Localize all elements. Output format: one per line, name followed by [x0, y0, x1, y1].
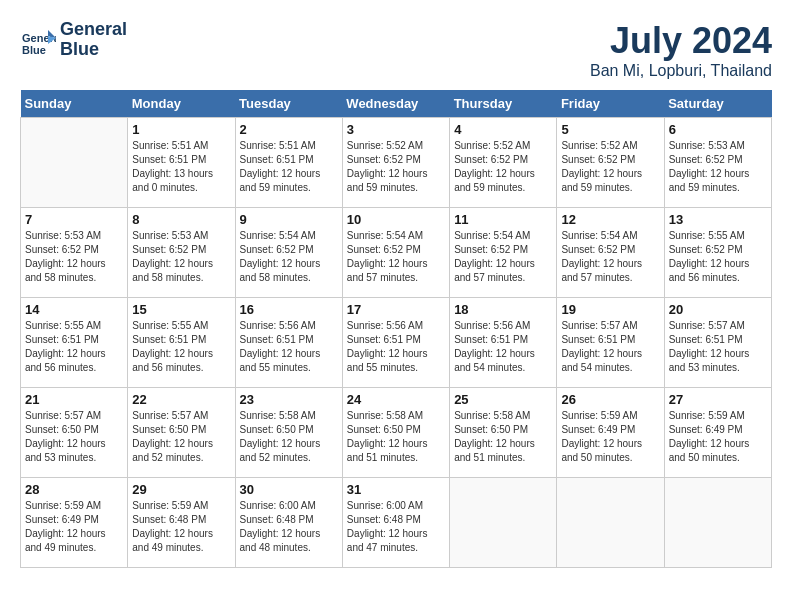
day-info: Sunrise: 5:56 AM Sunset: 6:51 PM Dayligh… [347, 319, 445, 375]
day-cell: 5Sunrise: 5:52 AM Sunset: 6:52 PM Daylig… [557, 118, 664, 208]
day-number: 12 [561, 212, 659, 227]
day-info: Sunrise: 5:55 AM Sunset: 6:51 PM Dayligh… [25, 319, 123, 375]
day-info: Sunrise: 6:00 AM Sunset: 6:48 PM Dayligh… [240, 499, 338, 555]
day-info: Sunrise: 5:56 AM Sunset: 6:51 PM Dayligh… [454, 319, 552, 375]
day-cell: 17Sunrise: 5:56 AM Sunset: 6:51 PM Dayli… [342, 298, 449, 388]
day-info: Sunrise: 5:58 AM Sunset: 6:50 PM Dayligh… [240, 409, 338, 465]
day-number: 8 [132, 212, 230, 227]
day-cell: 27Sunrise: 5:59 AM Sunset: 6:49 PM Dayli… [664, 388, 771, 478]
header-day-thursday: Thursday [450, 90, 557, 118]
day-info: Sunrise: 5:53 AM Sunset: 6:52 PM Dayligh… [25, 229, 123, 285]
week-row-4: 21Sunrise: 5:57 AM Sunset: 6:50 PM Dayli… [21, 388, 772, 478]
day-number: 6 [669, 122, 767, 137]
day-number: 16 [240, 302, 338, 317]
calendar-table: SundayMondayTuesdayWednesdayThursdayFrid… [20, 90, 772, 568]
day-number: 20 [669, 302, 767, 317]
day-cell: 10Sunrise: 5:54 AM Sunset: 6:52 PM Dayli… [342, 208, 449, 298]
day-number: 17 [347, 302, 445, 317]
day-number: 21 [25, 392, 123, 407]
day-number: 30 [240, 482, 338, 497]
day-number: 13 [669, 212, 767, 227]
day-cell: 8Sunrise: 5:53 AM Sunset: 6:52 PM Daylig… [128, 208, 235, 298]
day-info: Sunrise: 5:59 AM Sunset: 6:49 PM Dayligh… [25, 499, 123, 555]
svg-text:Blue: Blue [22, 44, 46, 56]
day-number: 1 [132, 122, 230, 137]
day-number: 27 [669, 392, 767, 407]
day-cell: 26Sunrise: 5:59 AM Sunset: 6:49 PM Dayli… [557, 388, 664, 478]
day-info: Sunrise: 5:58 AM Sunset: 6:50 PM Dayligh… [454, 409, 552, 465]
day-info: Sunrise: 5:52 AM Sunset: 6:52 PM Dayligh… [454, 139, 552, 195]
day-info: Sunrise: 5:53 AM Sunset: 6:52 PM Dayligh… [132, 229, 230, 285]
day-cell: 4Sunrise: 5:52 AM Sunset: 6:52 PM Daylig… [450, 118, 557, 208]
day-info: Sunrise: 5:53 AM Sunset: 6:52 PM Dayligh… [669, 139, 767, 195]
week-row-3: 14Sunrise: 5:55 AM Sunset: 6:51 PM Dayli… [21, 298, 772, 388]
day-number: 19 [561, 302, 659, 317]
title-block: July 2024 Ban Mi, Lopburi, Thailand [590, 20, 772, 80]
day-number: 3 [347, 122, 445, 137]
day-cell: 24Sunrise: 5:58 AM Sunset: 6:50 PM Dayli… [342, 388, 449, 478]
day-cell: 13Sunrise: 5:55 AM Sunset: 6:52 PM Dayli… [664, 208, 771, 298]
day-cell: 2Sunrise: 5:51 AM Sunset: 6:51 PM Daylig… [235, 118, 342, 208]
header-day-friday: Friday [557, 90, 664, 118]
day-info: Sunrise: 6:00 AM Sunset: 6:48 PM Dayligh… [347, 499, 445, 555]
day-info: Sunrise: 5:52 AM Sunset: 6:52 PM Dayligh… [347, 139, 445, 195]
header-day-wednesday: Wednesday [342, 90, 449, 118]
day-cell: 19Sunrise: 5:57 AM Sunset: 6:51 PM Dayli… [557, 298, 664, 388]
day-cell: 9Sunrise: 5:54 AM Sunset: 6:52 PM Daylig… [235, 208, 342, 298]
day-number: 23 [240, 392, 338, 407]
day-number: 7 [25, 212, 123, 227]
day-number: 14 [25, 302, 123, 317]
logo-text: General Blue [60, 20, 127, 60]
month-title: July 2024 [590, 20, 772, 62]
day-cell [450, 478, 557, 568]
day-number: 4 [454, 122, 552, 137]
day-info: Sunrise: 5:55 AM Sunset: 6:51 PM Dayligh… [132, 319, 230, 375]
week-row-5: 28Sunrise: 5:59 AM Sunset: 6:49 PM Dayli… [21, 478, 772, 568]
week-row-1: 1Sunrise: 5:51 AM Sunset: 6:51 PM Daylig… [21, 118, 772, 208]
day-info: Sunrise: 5:51 AM Sunset: 6:51 PM Dayligh… [240, 139, 338, 195]
day-info: Sunrise: 5:52 AM Sunset: 6:52 PM Dayligh… [561, 139, 659, 195]
day-info: Sunrise: 5:55 AM Sunset: 6:52 PM Dayligh… [669, 229, 767, 285]
day-info: Sunrise: 5:54 AM Sunset: 6:52 PM Dayligh… [240, 229, 338, 285]
day-number: 2 [240, 122, 338, 137]
header-day-tuesday: Tuesday [235, 90, 342, 118]
day-info: Sunrise: 5:54 AM Sunset: 6:52 PM Dayligh… [561, 229, 659, 285]
day-cell: 18Sunrise: 5:56 AM Sunset: 6:51 PM Dayli… [450, 298, 557, 388]
logo-icon: General Blue [20, 22, 56, 58]
day-cell [557, 478, 664, 568]
page-header: General Blue General Blue July 2024 Ban … [20, 20, 772, 80]
day-number: 31 [347, 482, 445, 497]
day-number: 28 [25, 482, 123, 497]
day-number: 15 [132, 302, 230, 317]
day-info: Sunrise: 5:56 AM Sunset: 6:51 PM Dayligh… [240, 319, 338, 375]
day-cell: 12Sunrise: 5:54 AM Sunset: 6:52 PM Dayli… [557, 208, 664, 298]
day-info: Sunrise: 5:59 AM Sunset: 6:49 PM Dayligh… [561, 409, 659, 465]
header-day-monday: Monday [128, 90, 235, 118]
day-cell: 28Sunrise: 5:59 AM Sunset: 6:49 PM Dayli… [21, 478, 128, 568]
day-cell: 14Sunrise: 5:55 AM Sunset: 6:51 PM Dayli… [21, 298, 128, 388]
day-cell: 31Sunrise: 6:00 AM Sunset: 6:48 PM Dayli… [342, 478, 449, 568]
day-cell [664, 478, 771, 568]
day-info: Sunrise: 5:59 AM Sunset: 6:49 PM Dayligh… [669, 409, 767, 465]
day-info: Sunrise: 5:57 AM Sunset: 6:51 PM Dayligh… [669, 319, 767, 375]
day-number: 11 [454, 212, 552, 227]
day-cell: 23Sunrise: 5:58 AM Sunset: 6:50 PM Dayli… [235, 388, 342, 478]
header-row: SundayMondayTuesdayWednesdayThursdayFrid… [21, 90, 772, 118]
day-number: 5 [561, 122, 659, 137]
day-number: 22 [132, 392, 230, 407]
day-info: Sunrise: 5:57 AM Sunset: 6:50 PM Dayligh… [132, 409, 230, 465]
day-info: Sunrise: 5:59 AM Sunset: 6:48 PM Dayligh… [132, 499, 230, 555]
day-cell: 22Sunrise: 5:57 AM Sunset: 6:50 PM Dayli… [128, 388, 235, 478]
day-info: Sunrise: 5:57 AM Sunset: 6:51 PM Dayligh… [561, 319, 659, 375]
day-number: 18 [454, 302, 552, 317]
day-cell: 6Sunrise: 5:53 AM Sunset: 6:52 PM Daylig… [664, 118, 771, 208]
day-info: Sunrise: 5:54 AM Sunset: 6:52 PM Dayligh… [347, 229, 445, 285]
day-cell: 21Sunrise: 5:57 AM Sunset: 6:50 PM Dayli… [21, 388, 128, 478]
day-cell: 16Sunrise: 5:56 AM Sunset: 6:51 PM Dayli… [235, 298, 342, 388]
header-day-saturday: Saturday [664, 90, 771, 118]
day-number: 26 [561, 392, 659, 407]
header-day-sunday: Sunday [21, 90, 128, 118]
location-title: Ban Mi, Lopburi, Thailand [590, 62, 772, 80]
day-info: Sunrise: 5:51 AM Sunset: 6:51 PM Dayligh… [132, 139, 230, 195]
day-number: 25 [454, 392, 552, 407]
